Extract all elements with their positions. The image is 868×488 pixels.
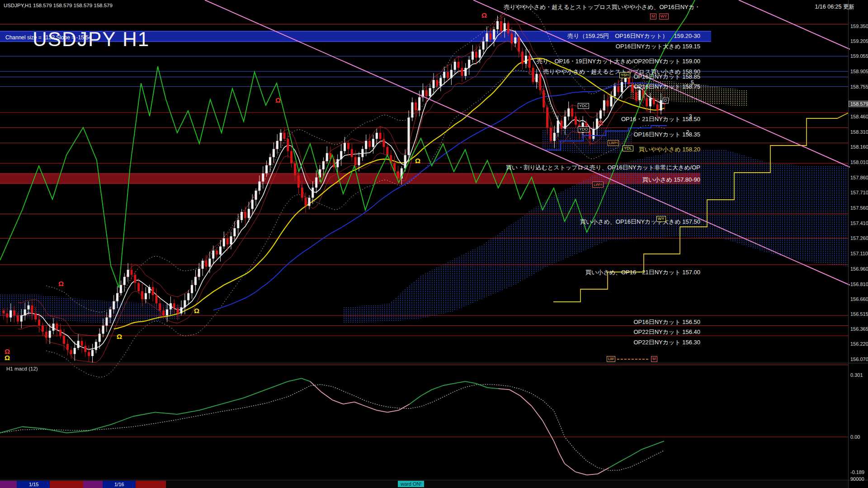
marker-box: Y6H: [619, 72, 630, 78]
price-annotation: OP16日NYカット 158.85: [633, 73, 700, 80]
marker-box: LWH: [608, 140, 619, 146]
axis-price-label: 157.710: [850, 190, 868, 195]
axis-price-label: 158.310: [850, 129, 868, 135]
marker-box: WY: [659, 14, 669, 19]
price-annotation: OP22日NYカット 156.30: [633, 339, 700, 346]
axis-price-label: 157.410: [850, 221, 868, 226]
marker-box: M: [650, 14, 656, 19]
price-annotation: OP16日NYカット 158.35: [633, 131, 700, 138]
axis-price-label: 157.860: [850, 175, 868, 180]
marker-box: YDC: [578, 103, 589, 109]
axis-price-label: 158.160: [850, 144, 868, 150]
price-annotation: 買いやや小さめ 158.20: [639, 146, 700, 153]
axis-price-label: 156.960: [850, 266, 868, 272]
omega-marker: Ω: [194, 308, 199, 314]
price-annotation: 買い小さめ、OP16日NYカット大きめ 157.50: [580, 218, 700, 225]
omega-marker: Ω: [5, 355, 10, 361]
timeline-date-label: 1/15: [29, 482, 38, 487]
marker-box: WY: [656, 216, 666, 222]
omega-marker: Ω: [117, 333, 122, 340]
channel-info-label: Channel size = 1132 Slope = -15.54: [5, 34, 92, 41]
omega-marker: Ω: [275, 97, 281, 103]
price-chart-canvas[interactable]: [0, 0, 868, 488]
macd-scale-label: 0.00: [850, 434, 860, 440]
level-digit: 5: [691, 80, 694, 86]
symbol-ohlc-quote: USDJPY,H1 158.579 158.579 158.579 158.57…: [4, 3, 113, 8]
axis-price-label: 156.070: [850, 357, 868, 362]
macd-indicator-label: H1 macd (12): [6, 366, 38, 371]
axis-price-label: 156.365: [850, 326, 868, 332]
axis-price-label: 157.560: [850, 205, 868, 211]
marker-box: YDL: [623, 145, 633, 151]
price-annotation: 買い・割り込むとストップロス売り、OP16日NYカット非常に大きめ/OP: [506, 164, 700, 171]
marker-box: M: [651, 356, 657, 362]
omega-marker: Ω: [58, 281, 64, 287]
price-annotation: 買い小さめ、OP16・21日NYカット 157.00: [585, 269, 700, 276]
current-price-chip: 158.579: [849, 101, 868, 107]
top-strategy-note: 売りやや小さめ・超えるとストップロス買いやや小さめ、OP16日NYカ・: [504, 3, 700, 11]
price-annotation: OP16日NYカット 156.50: [633, 319, 700, 325]
price-annotation: OP22日NYカット 156.40: [633, 328, 700, 335]
level-digit: 3: [689, 113, 692, 120]
axis-price-label: 158.755: [850, 84, 868, 89]
macd-scale-label: 90000: [850, 476, 864, 482]
axis-price-label: 159.205: [850, 38, 868, 44]
axis-price-label: 158.010: [850, 160, 868, 165]
omega-marker: Ω: [481, 12, 487, 19]
axis-price-label: 156.515: [850, 311, 868, 317]
marker-box: YDO: [578, 127, 590, 132]
marker-box: D: [663, 98, 669, 103]
axis-price-label: 158.460: [850, 114, 868, 119]
price-annotation: 売り（159.25円 OP16日NYカット） 159.20-30: [567, 33, 700, 39]
omega-marker: Ω: [415, 158, 420, 164]
timeline-date-label: 1/16: [114, 482, 124, 487]
level-digit: 2: [686, 129, 689, 136]
price-annotation: OP16・21日NYカット 158.50: [621, 116, 700, 122]
axis-price-label: 158.905: [850, 69, 868, 74]
axis-price-label: 156.220: [850, 341, 868, 347]
axis-price-label: 156.660: [850, 296, 868, 302]
axis-price-label: 156.810: [850, 282, 868, 287]
mt4-chart-window: { "header":{ "quote_line":"USDJPY,H1 158…: [0, 0, 868, 488]
axis-price-label: 159.350: [850, 23, 868, 29]
update-timestamp: 1/16 06:25 更新: [815, 3, 854, 11]
ward-status-chip: ward ON!: [398, 481, 424, 487]
macd-scale-label: 0.301: [850, 372, 863, 378]
axis-price-label: 157.260: [850, 235, 868, 241]
price-annotation: OP16日NYカット大きめ 159.15: [616, 43, 700, 50]
axis-price-label: 157.110: [850, 251, 868, 256]
price-annotation: 買い小さめ 157.80-90: [642, 176, 700, 183]
axis-price-label: 159.055: [850, 53, 868, 59]
omega-marker: Ω: [598, 120, 603, 126]
marker-box: LWH: [592, 182, 604, 188]
price-annotation: OP16日NYカット 158.75: [633, 83, 700, 90]
macd-scale-label: -0.189: [850, 469, 864, 475]
marker-box: LW: [607, 356, 615, 362]
price-annotation: 売り、OP16・19日NYカット大きめ/OP20日NYカット 159.00: [537, 58, 700, 65]
